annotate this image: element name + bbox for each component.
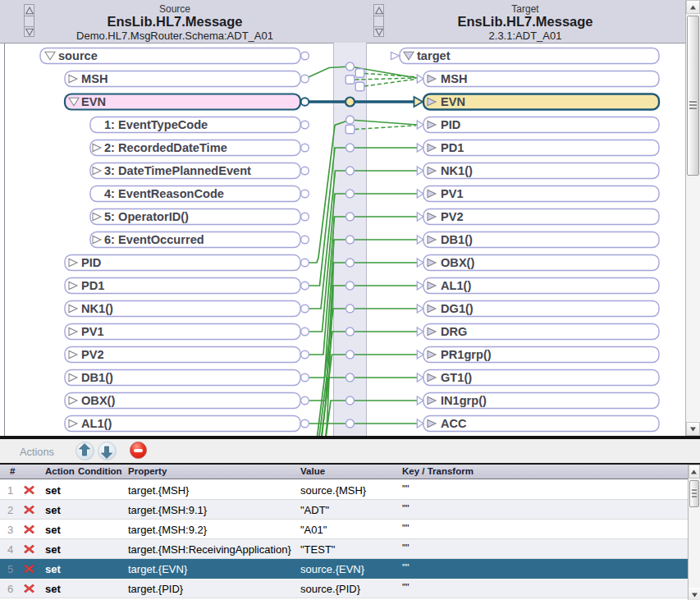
svg-text:PV1: PV1 — [81, 325, 104, 338]
svg-text:GT1(): GT1() — [441, 371, 472, 384]
svg-text:PD1: PD1 — [81, 279, 104, 292]
svg-text:MSH: MSH — [441, 72, 467, 85]
svg-text:PID: PID — [441, 118, 460, 131]
svg-text:OBX(): OBX() — [81, 394, 115, 407]
svg-text:DB1(): DB1() — [81, 371, 113, 384]
svg-text:DG1(): DG1() — [441, 302, 474, 315]
svg-text:NK1(): NK1() — [441, 164, 473, 177]
svg-text:AL1(): AL1() — [81, 417, 112, 430]
svg-text:EVN: EVN — [441, 95, 465, 108]
svg-text:target: target — [417, 49, 451, 62]
svg-text:AL1(): AL1() — [441, 279, 471, 292]
svg-text:ACC: ACC — [441, 417, 467, 430]
svg-text:source: source — [58, 49, 98, 62]
svg-text:DRG: DRG — [441, 325, 467, 338]
svg-text:IN1grp(): IN1grp() — [441, 394, 487, 407]
svg-text:1: EventTypeCode: 1: EventTypeCode — [104, 118, 208, 131]
svg-text:4: EventReasonCode: 4: EventReasonCode — [104, 187, 224, 200]
svg-text:PID: PID — [81, 256, 101, 269]
svg-text:6: EventOccurred: 6: EventOccurred — [104, 233, 204, 246]
svg-text:EVN: EVN — [81, 95, 106, 108]
svg-text:OBX(): OBX() — [441, 256, 474, 269]
svg-text:PV1: PV1 — [441, 187, 464, 200]
svg-text:MSH: MSH — [81, 72, 108, 85]
svg-text:DB1(): DB1() — [441, 233, 473, 246]
svg-text:PV2: PV2 — [441, 210, 464, 223]
svg-text:PD1: PD1 — [441, 141, 464, 154]
svg-text:PR1grp(): PR1grp() — [441, 348, 492, 361]
svg-text:3: DateTimePlannedEvent: 3: DateTimePlannedEvent — [104, 164, 251, 177]
svg-text:2: RecordedDateTime: 2: RecordedDateTime — [104, 141, 227, 154]
svg-text:NK1(): NK1() — [81, 302, 113, 315]
svg-text:PV2: PV2 — [81, 348, 104, 361]
svg-text:5: OperatorID(): 5: OperatorID() — [104, 210, 189, 223]
